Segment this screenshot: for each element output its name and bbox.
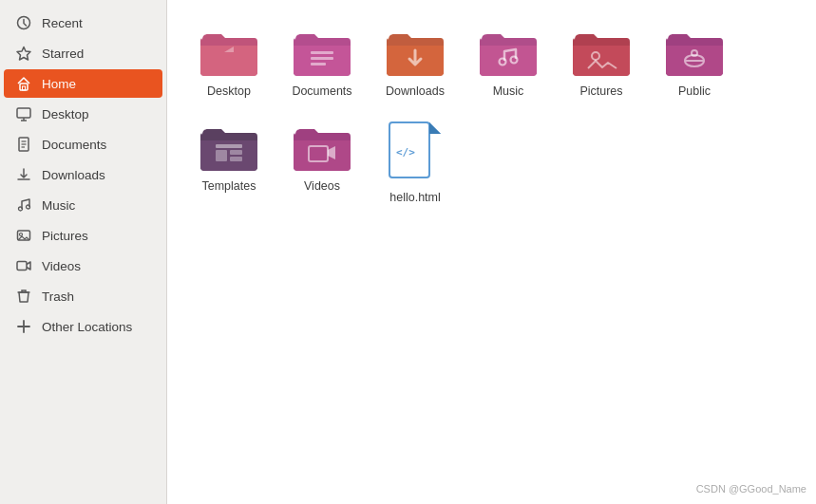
recent-icon xyxy=(15,14,32,31)
sidebar-item-downloads[interactable]: Downloads xyxy=(4,160,162,189)
svg-point-15 xyxy=(20,233,23,236)
documents-icon xyxy=(15,136,32,153)
list-item[interactable]: Documents xyxy=(279,19,365,106)
sidebar-item-trash[interactable]: Trash xyxy=(4,282,162,310)
svg-text:</>: </> xyxy=(396,146,415,159)
home-icon xyxy=(15,75,32,92)
folder-templates-icon xyxy=(199,121,259,173)
file-label: Public xyxy=(678,84,711,99)
sidebar-item-label: Downloads xyxy=(42,168,105,182)
file-label: Videos xyxy=(304,178,340,194)
desktop-icon xyxy=(15,105,32,122)
svg-point-12 xyxy=(19,207,23,211)
svg-rect-30 xyxy=(230,157,242,161)
file-label: Desktop xyxy=(207,84,251,99)
list-item[interactable]: Templates xyxy=(186,114,272,213)
pictures-icon xyxy=(15,227,32,244)
sidebar-item-label: Documents xyxy=(42,138,106,152)
trash-icon xyxy=(15,288,32,305)
list-item[interactable]: Public xyxy=(652,19,737,106)
svg-rect-21 xyxy=(311,57,333,60)
sidebar-item-documents[interactable]: Documents xyxy=(4,130,162,159)
svg-rect-20 xyxy=(311,51,333,54)
svg-rect-4 xyxy=(17,108,30,118)
svg-rect-28 xyxy=(216,150,227,161)
sidebar-item-label: Starred xyxy=(42,47,84,61)
svg-rect-16 xyxy=(17,262,27,271)
file-grid: Desktop Documents xyxy=(186,19,797,214)
list-item[interactable]: Downloads xyxy=(372,19,458,106)
sidebar-item-label: Home xyxy=(42,77,76,91)
sidebar-item-desktop[interactable]: Desktop xyxy=(4,100,162,128)
list-item[interactable]: </> hello.html xyxy=(372,114,458,213)
list-item[interactable]: Pictures xyxy=(559,19,644,106)
watermark: CSDN @GGood_Name xyxy=(696,483,807,495)
sidebar-item-music[interactable]: Music xyxy=(4,191,162,219)
sidebar-item-label: Trash xyxy=(42,289,74,304)
svg-marker-1 xyxy=(17,47,30,61)
list-item[interactable]: Videos xyxy=(279,114,365,213)
star-icon xyxy=(15,45,32,62)
sidebar: Recent Starred Home Desktop Documents Do… xyxy=(0,0,167,504)
sidebar-item-label: Music xyxy=(42,198,75,213)
sidebar-item-label: Videos xyxy=(42,259,81,273)
folder-desktop-icon xyxy=(199,27,259,78)
sidebar-item-label: Recent xyxy=(42,16,83,30)
videos-icon xyxy=(15,257,32,274)
sidebar-item-videos[interactable]: Videos xyxy=(4,252,162,280)
svg-rect-27 xyxy=(216,144,242,148)
downloads-icon xyxy=(15,166,32,183)
file-label: hello.html xyxy=(389,190,441,205)
other-locations-icon xyxy=(15,318,32,335)
sidebar-item-starred[interactable]: Starred xyxy=(4,39,162,67)
list-item[interactable]: Desktop xyxy=(186,19,272,106)
folder-videos-icon xyxy=(292,121,352,173)
html-file-icon: </> xyxy=(389,121,442,186)
svg-point-13 xyxy=(27,205,30,209)
sidebar-item-home[interactable]: Home xyxy=(4,69,162,98)
list-item[interactable]: Music xyxy=(465,19,551,106)
folder-documents-icon xyxy=(292,27,352,78)
folder-public-icon xyxy=(664,27,725,78)
sidebar-item-other-locations[interactable]: Other Locations xyxy=(4,312,162,341)
sidebar-item-label: Pictures xyxy=(42,229,88,243)
svg-rect-29 xyxy=(230,150,242,155)
sidebar-item-pictures[interactable]: Pictures xyxy=(4,221,162,250)
file-label: Templates xyxy=(202,178,256,194)
sidebar-item-label: Other Locations xyxy=(42,320,132,334)
file-label: Music xyxy=(493,84,524,99)
sidebar-item-recent[interactable]: Recent xyxy=(4,9,162,37)
file-label: Pictures xyxy=(579,84,622,99)
sidebar-item-label: Desktop xyxy=(42,107,89,121)
file-label: Downloads xyxy=(386,84,445,99)
music-icon xyxy=(15,196,32,214)
folder-pictures-icon xyxy=(571,27,632,78)
file-label: Documents xyxy=(292,84,351,99)
main-content: Desktop Documents xyxy=(167,0,816,504)
folder-downloads-icon xyxy=(385,27,446,78)
svg-rect-22 xyxy=(311,63,326,65)
folder-music-icon xyxy=(478,27,539,78)
